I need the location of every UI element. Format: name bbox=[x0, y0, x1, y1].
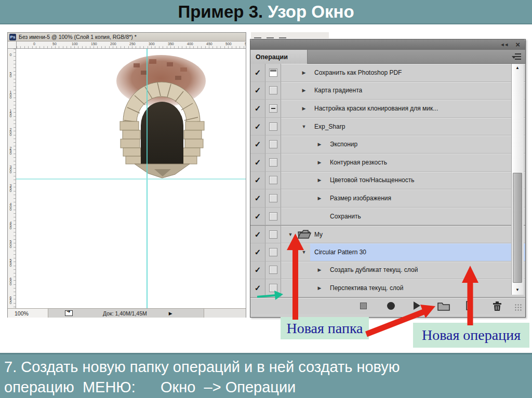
action-row-selected[interactable]: ✓ ▼ Circular Pattern 30 bbox=[250, 243, 525, 262]
photoshop-document-window: Ps Без имени-5 @ 100% (Слой 1 копия, RGB… bbox=[7, 32, 246, 318]
dialog-off-icon bbox=[269, 266, 277, 274]
action-row[interactable]: ✓ ▶Перспектива текущ. слой bbox=[250, 279, 525, 297]
scroll-up-icon[interactable]: ▲ bbox=[512, 65, 523, 70]
dialog-partial-icon bbox=[269, 104, 277, 113]
ruler-corner bbox=[8, 42, 16, 49]
modal-dialog-toggle[interactable] bbox=[265, 208, 281, 226]
stop-button[interactable] bbox=[360, 303, 367, 309]
expand-down-icon[interactable]: ▼ bbox=[301, 250, 307, 255]
action-row[interactable]: ✓ Сохранить bbox=[250, 208, 525, 226]
close-icon[interactable]: × bbox=[515, 42, 520, 47]
expand-right-icon[interactable]: ▶ bbox=[301, 106, 307, 111]
item-enabled-toggle[interactable]: ✓ bbox=[250, 279, 265, 297]
action-row[interactable]: ✓ ▶Экспонир bbox=[250, 135, 525, 154]
modal-dialog-toggle[interactable] bbox=[265, 118, 281, 136]
scrollbar[interactable]: ▲ ▼ bbox=[511, 64, 524, 295]
ruler-label: 450 bbox=[9, 221, 12, 229]
selection-highlight: Circular Pattern 30 bbox=[310, 243, 525, 261]
action-row[interactable]: ✓ ▶Карта градиента bbox=[250, 82, 525, 100]
modal-dialog-toggle[interactable] bbox=[265, 154, 281, 172]
play-button[interactable] bbox=[414, 301, 420, 310]
item-enabled-toggle[interactable]: ✓ bbox=[250, 118, 265, 136]
item-enabled-toggle[interactable]: ✓ bbox=[250, 100, 265, 118]
item-enabled-toggle[interactable]: ✓ bbox=[250, 189, 265, 208]
check-icon: ✓ bbox=[255, 68, 261, 77]
resize-grip[interactable] bbox=[514, 304, 523, 312]
expand-down-icon[interactable]: ▼ bbox=[301, 124, 307, 129]
panel-menu-icon[interactable] bbox=[512, 53, 521, 60]
modal-dialog-toggle[interactable] bbox=[265, 189, 281, 208]
collapse-to-icons-icon[interactable]: ◄◄ bbox=[500, 42, 508, 47]
expand-right-icon[interactable]: ▶ bbox=[316, 160, 323, 165]
modal-dialog-toggle[interactable] bbox=[265, 243, 281, 262]
modal-dialog-toggle[interactable] bbox=[265, 135, 281, 154]
command-label: Экспонир bbox=[330, 141, 357, 148]
action-row[interactable]: ✓ ▶Сохранить как Photoshop PDF bbox=[250, 64, 525, 82]
command-label: Сохранить bbox=[330, 213, 361, 220]
modal-dialog-toggle[interactable] bbox=[265, 172, 281, 190]
expand-right-icon[interactable]: ▶ bbox=[316, 267, 323, 272]
status-flyout-icon[interactable]: ▶ bbox=[169, 311, 172, 316]
item-enabled-toggle[interactable]: ✓ bbox=[250, 154, 265, 172]
expand-right-icon[interactable]: ▶ bbox=[316, 177, 323, 183]
item-enabled-toggle[interactable]: ✓ bbox=[250, 135, 265, 154]
action-row[interactable]: ✓ ▶Контурная резкость bbox=[250, 154, 525, 172]
item-enabled-toggle[interactable]: ✓ bbox=[250, 243, 265, 262]
new-action-button[interactable] bbox=[466, 301, 475, 311]
modal-dialog-toggle[interactable] bbox=[265, 262, 281, 280]
ruler-label: 450 bbox=[206, 42, 212, 46]
dialog-off-icon bbox=[269, 212, 277, 221]
action-set-row[interactable]: ✓ ▼ My bbox=[250, 225, 525, 243]
footer-line-1: 7. Создать новую папку операций и в ней … bbox=[4, 357, 532, 377]
document-titlebar[interactable]: Ps Без имени-5 @ 100% (Слой 1 копия, RGB… bbox=[8, 33, 246, 42]
item-enabled-toggle[interactable]: ✓ bbox=[250, 208, 265, 226]
document-size-value: Док: 1,40M/1,45M bbox=[103, 310, 147, 317]
expand-right-icon[interactable]: ▶ bbox=[316, 285, 323, 291]
ruler-label: 250 bbox=[129, 42, 136, 46]
modal-dialog-toggle[interactable] bbox=[265, 82, 281, 100]
action-label: Circular Pattern 30 bbox=[314, 249, 366, 256]
item-enabled-toggle[interactable]: ✓ bbox=[250, 82, 265, 100]
check-icon: ✓ bbox=[255, 86, 261, 95]
modal-dialog-toggle[interactable] bbox=[265, 279, 281, 297]
action-row[interactable]: ✓ ▶Цветовой тон/Насыщенность bbox=[250, 172, 525, 190]
expand-down-icon[interactable]: ▼ bbox=[287, 232, 294, 237]
check-icon: ✓ bbox=[255, 140, 261, 149]
action-row[interactable]: ✓ ▶Создать дубликат текущ. слой bbox=[250, 262, 525, 280]
item-enabled-toggle[interactable]: ✓ bbox=[250, 64, 265, 82]
expand-right-icon[interactable]: ▶ bbox=[316, 142, 323, 147]
item-enabled-toggle[interactable]: ✓ bbox=[250, 225, 265, 243]
scrollbar-thumb[interactable] bbox=[513, 173, 522, 283]
expand-right-icon[interactable]: ▶ bbox=[301, 70, 307, 75]
item-enabled-toggle[interactable]: ✓ bbox=[250, 262, 265, 280]
delete-trash-button[interactable] bbox=[492, 300, 502, 311]
expand-right-icon[interactable]: ▶ bbox=[301, 88, 307, 93]
modal-dialog-toggle[interactable] bbox=[265, 64, 281, 82]
ruler-label: 0 bbox=[33, 42, 35, 46]
action-row[interactable]: ✓ ▶Настройка краски клонирования для мик… bbox=[250, 100, 525, 118]
panel-titlebar[interactable]: ◄◄ × bbox=[250, 39, 525, 50]
ruler-label: 50 bbox=[52, 42, 57, 46]
modal-dialog-toggle[interactable] bbox=[265, 100, 281, 118]
photoshop-app-icon: Ps bbox=[9, 34, 16, 40]
scroll-down-icon[interactable]: ▼ bbox=[512, 287, 523, 292]
modal-dialog-toggle[interactable] bbox=[265, 225, 281, 243]
tab-operations[interactable]: Операции bbox=[250, 50, 308, 64]
ruler-label: 550 bbox=[245, 42, 246, 46]
document-canvas[interactable] bbox=[16, 49, 246, 308]
dialog-on-icon bbox=[269, 68, 277, 77]
ruler-label: 500 bbox=[9, 240, 12, 248]
ruler-label: 100 bbox=[9, 90, 12, 98]
action-label: Сохранить как Photoshop PDF bbox=[314, 69, 402, 76]
new-folder-button[interactable] bbox=[437, 301, 450, 311]
record-button[interactable] bbox=[387, 302, 395, 310]
ruler-label: 600 bbox=[9, 277, 12, 285]
action-row[interactable]: ✓ ▼Exp_Sharp bbox=[250, 118, 525, 136]
dialog-off-icon bbox=[269, 176, 277, 184]
action-row[interactable]: ✓ ▶Размер изображения bbox=[250, 189, 525, 208]
item-enabled-toggle[interactable]: ✓ bbox=[250, 172, 265, 190]
check-icon: ✓ bbox=[255, 194, 261, 203]
expand-right-icon[interactable]: ▶ bbox=[316, 196, 323, 201]
zoom-level-field[interactable]: 100% bbox=[8, 309, 48, 318]
folder-icon bbox=[298, 230, 311, 239]
